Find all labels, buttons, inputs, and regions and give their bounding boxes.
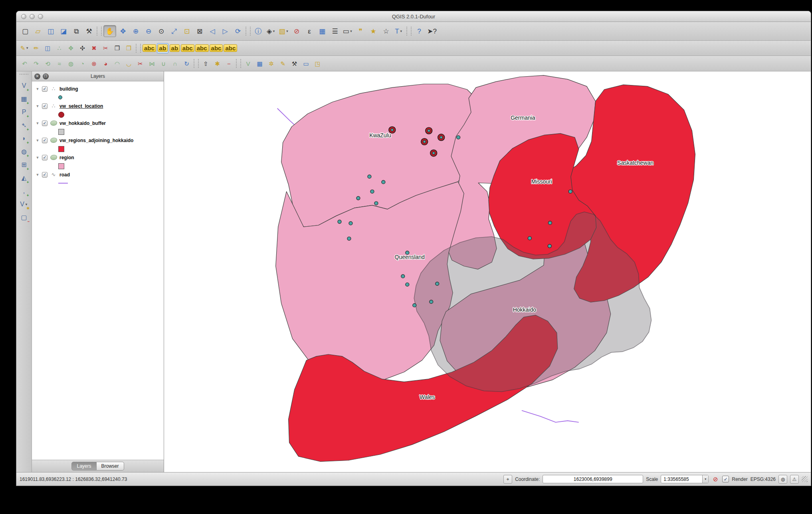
run-feature-action-button[interactable]: ◈▼ [265,26,277,37]
split-features-button[interactable]: ✂ [135,59,146,68]
add-vector-layer-button[interactable]: V＋ [18,80,30,92]
expand-triangle-icon[interactable]: ▼ [35,173,40,177]
expand-triangle-icon[interactable]: ▼ [35,87,40,91]
current-edits-button[interactable]: ✎▼ [19,43,30,53]
minimize-window-button[interactable] [30,14,35,19]
save-project-as-button[interactable]: ◪ [57,26,69,37]
split-parts-button[interactable]: ⋈ [147,59,157,68]
grass-new-vector-star-button[interactable]: ✲ [266,59,277,68]
change-label-properties-button[interactable]: abc [224,43,237,53]
grass-close-mapset-button[interactable]: − [224,59,234,68]
zoom-actual-size-button[interactable]: ⊙ [155,26,167,37]
open-attribute-table-button[interactable]: ▦ [316,26,328,37]
show-bookmarks-button[interactable]: ☆ [380,26,392,37]
layer-visibility-checkbox[interactable]: ✓ [42,155,48,160]
layer-visibility-checkbox[interactable]: ✓ [42,86,48,92]
select-features-dropdown-icon[interactable]: ▼ [286,30,289,33]
select-by-expression-button[interactable]: ε [303,26,315,37]
field-calculator-button[interactable]: ☰ [329,26,341,37]
delete-selected-button[interactable]: ✖ [89,43,99,53]
tab-browser[interactable]: Browser [97,462,124,471]
grass-edit-region-button[interactable]: ◳ [312,59,323,68]
render-checkbox[interactable]: ✓ [722,476,729,482]
rotate-label-button[interactable]: abc [210,43,223,53]
new-shapefile-layer-dropdown-icon[interactable]: ▼ [25,203,28,206]
add-postgis-layer-button[interactable]: P＋ [18,106,30,118]
map-refresh-button[interactable]: ⟳ [232,26,244,37]
simplify-feature-button[interactable]: ≈ [54,59,65,68]
pan-to-selection-button[interactable]: ✥ [117,26,129,37]
add-feature-button[interactable]: ∴ [54,43,65,53]
pin-labels-button[interactable]: ab [157,43,168,53]
grass-add-raster-button[interactable]: ▦ [254,59,265,68]
open-project-button[interactable]: ▱ [32,26,44,37]
add-delimited-text-layer-button[interactable]: ,＋ [18,185,30,197]
whats-this-button[interactable]: ➤? [426,26,438,37]
undo-button[interactable]: ↶ [19,59,30,68]
add-wfs-layer-button[interactable]: ◭＋ [18,172,30,184]
offset-curve-button[interactable]: ◡ [123,59,134,68]
node-tool-button[interactable]: ✣ [77,43,88,53]
rotate-point-symbols-button[interactable]: ↻ [181,59,192,68]
pan-map-button[interactable]: ✋ [103,25,116,37]
layer-item-building[interactable]: ▼✓∴building [35,85,164,93]
new-project-button[interactable]: ▢ [19,26,31,37]
delete-part-button[interactable]: ◕ [100,59,111,68]
move-feature-button[interactable]: ✥ [65,43,76,53]
help-contents-button[interactable]: ? [413,26,425,37]
remove-layer-button[interactable]: ▢− [18,212,30,223]
new-bookmark-button[interactable]: ★ [367,26,379,37]
toggle-editing-button[interactable]: ✏ [31,43,42,53]
zoom-to-layer-button[interactable]: ⊠ [194,26,206,37]
zoom-next-button[interactable]: ▷ [219,26,231,37]
title-bar[interactable]: QGIS 2.0.1-Dufour [16,11,811,22]
panel-float-icon[interactable]: ❐ [43,73,49,79]
cut-features-button[interactable]: ✂ [100,43,111,53]
zoom-full-extent-button[interactable]: ⤢ [168,26,180,37]
highlight-pinned-labels-button[interactable]: abc [143,43,156,53]
expand-triangle-icon[interactable]: ▼ [35,138,40,142]
map-canvas[interactable]: KwaZuluGermaniaSaskatchewanMissouriQueen… [164,71,811,472]
layer-item-region[interactable]: ▼✓region [35,153,164,162]
grass-edit-vector-button[interactable]: ✎ [277,59,288,68]
merge-feature-attributes-button[interactable]: ∩ [170,59,180,68]
grass-new-vector-button[interactable]: V [243,59,254,68]
scale-combobox[interactable]: 1:33565585 ▼ [661,475,709,483]
run-feature-action-dropdown-icon[interactable]: ▼ [272,30,275,33]
zoom-in-button[interactable]: ⊕ [130,26,142,37]
add-raster-layer-button[interactable]: ▦＋ [18,93,30,105]
paste-features-button[interactable]: ❒ [123,43,134,53]
delete-ring-button[interactable]: ⊗ [89,59,99,68]
text-annotation-button[interactable]: T▼ [393,26,405,37]
zoom-to-selection-button[interactable]: ⊡ [181,26,193,37]
new-shapefile-layer-button[interactable]: V✱▼ [18,198,30,210]
show-hidden-labels-button[interactable]: abc [181,43,194,53]
select-features-button[interactable]: ▧▼ [278,26,290,37]
toolbar-grip[interactable] [20,74,28,78]
measure-dropdown-icon[interactable]: ▼ [350,30,353,33]
measure-button[interactable]: ▭▼ [342,26,354,37]
messages-log-icon[interactable]: ⚠ [790,475,799,484]
tab-layers[interactable]: Layers [71,462,96,471]
layer-item-vw_regions_adjoining_hokkaido[interactable]: ▼✓vw_regions_adjoining_hokkaido [35,136,164,144]
redo-button[interactable]: ↷ [31,59,42,68]
identify-features-button[interactable]: ⓘ [252,26,264,37]
stop-render-icon[interactable]: ⊘ [711,475,719,483]
merge-features-button[interactable]: ∪ [158,59,169,68]
crs-status-icon[interactable]: ◍ [778,475,787,484]
new-print-composer-button[interactable]: ⧉ [70,26,82,37]
text-annotation-dropdown-icon[interactable]: ▼ [400,30,403,33]
zoom-last-button[interactable]: ◁ [206,26,218,37]
current-edits-dropdown-icon[interactable]: ▼ [26,46,29,50]
expand-triangle-icon[interactable]: ▼ [35,156,40,160]
add-spatialite-layer-button[interactable]: ➴＋ [18,119,30,131]
layer-visibility-checkbox[interactable]: ✓ [42,103,48,109]
save-project-button[interactable]: ◫ [45,26,57,37]
grass-tools-button[interactable]: ⚒ [289,59,300,68]
scale-dropdown-icon[interactable]: ▼ [702,475,708,483]
mouse-position-toggle-icon[interactable]: ⌖ [503,475,512,484]
grass-open-mapset-button[interactable]: ⇧ [200,59,211,68]
unpin-labels-button[interactable]: ab [169,43,180,53]
layer-visibility-checkbox[interactable]: ✓ [42,121,48,126]
add-wcs-layer-button[interactable]: ⊞＋ [18,159,30,171]
